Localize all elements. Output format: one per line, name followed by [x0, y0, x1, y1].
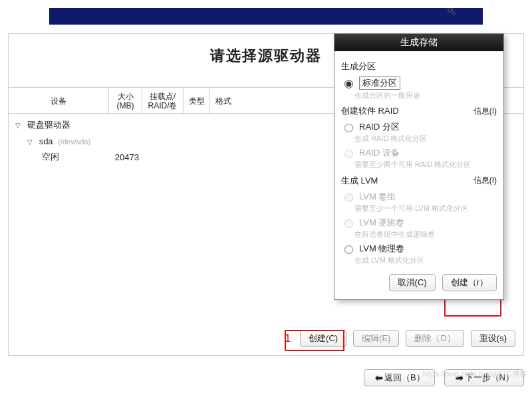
col-type[interactable]: 类型 — [183, 88, 209, 114]
arrow-left-icon: ⬅ — [375, 372, 383, 383]
annotation-1: 1 — [285, 332, 291, 344]
chevron-down-icon[interactable]: ▽ — [27, 138, 34, 146]
section-partition: 生成分区 — [341, 61, 497, 72]
hint-raid-partition: 生成 RAID 格式化分区 — [354, 134, 497, 143]
action-bar: 1 创建(C) 编辑(E) 删除（D） 重设(s) — [9, 329, 523, 348]
hint-lvm-lv: 在所选卷组中生成逻辑卷 — [354, 230, 497, 239]
sda-label: sda — [39, 136, 53, 146]
create-button[interactable]: 创建(C) — [300, 330, 346, 347]
radio-lvm-lv: LVM 逻辑卷 — [341, 217, 497, 229]
radio-raid-partition[interactable]: RAID 分区 — [341, 121, 497, 133]
radio-lvm-pv-input[interactable] — [344, 245, 353, 254]
radio-standard-partition-label: 标准分区 — [359, 76, 400, 90]
radio-raid-partition-label: RAID 分区 — [359, 121, 400, 133]
radio-lvm-vg-input — [344, 194, 353, 202]
radio-raid-device-label: RAID 设备 — [359, 147, 400, 159]
radio-raid-device: RAID 设备 — [341, 147, 497, 159]
info-lvm[interactable]: 信息(I) — [473, 175, 497, 186]
root-label: 硬盘驱动器 — [27, 120, 70, 130]
section-raid: 创建软件 RAID 信息(I) — [341, 105, 497, 117]
edit-button[interactable]: 编辑(E) — [353, 330, 399, 347]
col-size[interactable]: 大小 (MB) — [108, 88, 142, 114]
hint-standard: 生成分区的一般用途 — [354, 91, 497, 100]
chevron-down-icon[interactable]: ▽ — [15, 122, 22, 129]
hint-lvm-vg: 需要至少一个可用 LVM 格式化分区 — [354, 204, 497, 213]
dialog-title: 生成存储 — [334, 34, 503, 51]
radio-lvm-vg: LVM 卷组 — [341, 191, 497, 203]
cancel-button[interactable]: 取消(C) — [389, 274, 436, 291]
watermark: https://blog.csdn.net/qb51C博客 — [423, 369, 527, 379]
section-lvm-label: 生成 LVM — [341, 175, 378, 187]
back-label: 返回（B） — [384, 372, 425, 384]
col-mount-l2: RAID/卷 — [148, 101, 177, 110]
col-format[interactable]: 格式 — [209, 88, 236, 114]
radio-lvm-lv-input — [344, 219, 353, 228]
section-raid-label: 创建软件 RAID — [341, 105, 399, 117]
hint-raid-device: 需要至少两个可用 RAID 格式化分区 — [354, 160, 497, 169]
radio-standard-partition[interactable]: 标准分区 — [341, 76, 497, 90]
delete-button[interactable]: 删除（D） — [406, 330, 464, 347]
radio-raid-partition-input[interactable] — [344, 124, 353, 132]
sda-path: (/dev/sda) — [58, 138, 90, 146]
section-partition-label: 生成分区 — [341, 61, 376, 72]
radio-standard-partition-input[interactable] — [344, 80, 353, 88]
free-label: 空闲 — [35, 151, 108, 163]
info-raid[interactable]: 信息(I) — [473, 106, 497, 117]
dialog-buttons: 取消(C) 创建（r） — [341, 274, 497, 291]
create-storage-dialog: 生成存储 生成分区 标准分区 生成分区的一般用途 创建软件 RAID 信息(I)… — [334, 33, 504, 300]
dialog-create-button[interactable]: 创建（r） — [442, 274, 497, 291]
col-mount[interactable]: 挂载点/ RAID/卷 — [142, 88, 183, 114]
radio-lvm-pv[interactable]: LVM 物理卷 — [341, 243, 497, 255]
hint-lvm-pv: 生成 LVM 格式化分区 — [354, 256, 497, 265]
col-mount-l1: 挂载点/ — [150, 92, 176, 101]
section-lvm: 生成 LVM 信息(I) — [341, 175, 497, 187]
radio-lvm-pv-label: LVM 物理卷 — [359, 243, 404, 255]
col-size-l1: 大小 — [118, 92, 134, 101]
radio-lvm-vg-label: LVM 卷组 — [359, 191, 396, 203]
radio-lvm-lv-label: LVM 逻辑卷 — [359, 217, 404, 229]
reset-button[interactable]: 重设(s) — [471, 330, 515, 347]
col-device[interactable]: 设备 — [9, 88, 108, 114]
window-title-bar — [49, 8, 483, 25]
radio-raid-device-input — [344, 150, 353, 158]
col-size-l2: (MB) — [117, 101, 134, 110]
free-size: 20473 — [108, 152, 142, 162]
